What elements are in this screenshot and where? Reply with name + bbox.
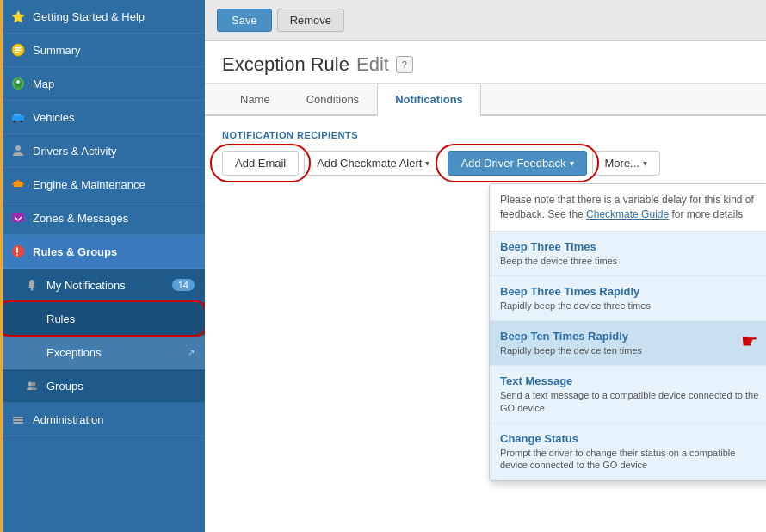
dropdown-item-beep-ten[interactable]: Beep Ten Times Rapidly Rapidly beep the … [490, 321, 766, 366]
dropdown-item-change-status[interactable]: Change Status Prompt the driver to chang… [490, 424, 766, 480]
add-email-button[interactable]: Add Email [222, 151, 299, 176]
dropdown-item-beep-three-rapidly[interactable]: Beep Three Times Rapidly Rapidly beep th… [490, 276, 766, 321]
more-caret-icon: ▾ [643, 158, 647, 168]
add-checkmate-alert-button[interactable]: Add Checkmate Alert ▾ [304, 151, 442, 176]
section-label: NOTIFICATION RECIPIENTS [222, 130, 749, 140]
driver-feedback-dropdown: Please note that there is a variable del… [489, 183, 766, 481]
sidebar: ⭐ Getting Started & Help Summary Map Veh… [0, 0, 205, 532]
feedback-caret-icon: ▾ [570, 158, 574, 168]
sidebar-item-exceptions[interactable]: Exceptions ↗ [0, 336, 205, 369]
add-driver-feedback-button[interactable]: Add Driver Feedback ▾ [448, 151, 586, 176]
more-button[interactable]: More... ▾ [592, 151, 660, 176]
checkmate-caret-icon: ▾ [425, 158, 429, 168]
dropdown-item-beep-three[interactable]: Beep Three Times Beep the device three t… [490, 232, 766, 276]
checkmate-guide-link[interactable]: Checkmate Guide [586, 208, 669, 220]
dropdown-item-text-message[interactable]: Text Message Send a text message to a co… [490, 366, 766, 424]
dropdown-note: Please note that there is a variable del… [490, 184, 766, 232]
content-area: NOTIFICATION RECIPIENTS Add Email Add Ch… [205, 116, 766, 532]
action-buttons-row: Add Email Add Checkmate Alert ▾ Add Driv… [222, 151, 749, 176]
